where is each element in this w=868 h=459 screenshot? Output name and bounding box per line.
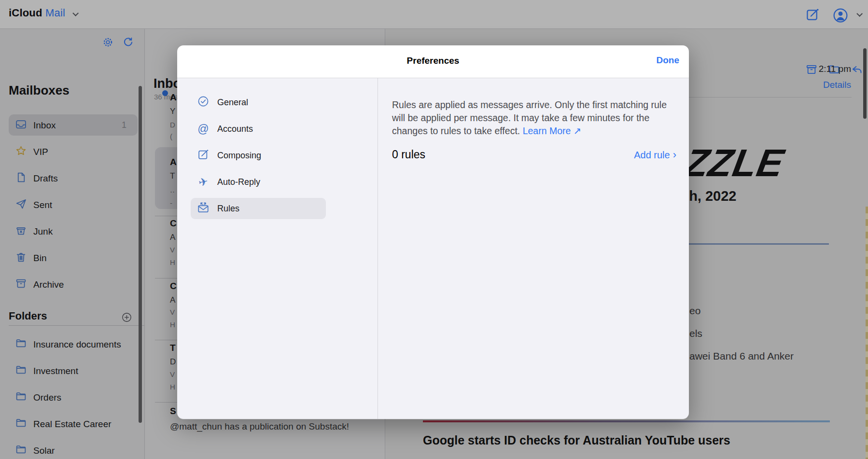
rules-description: Rules are applied as messages arrive. On… — [392, 98, 676, 138]
preferences-tab-label: Composing — [217, 151, 261, 161]
rules-envelope-icon — [197, 201, 210, 216]
compose-icon — [197, 148, 210, 163]
preferences-tab-auto-reply[interactable]: ✈ Auto-Reply — [191, 171, 326, 193]
preferences-tab-label: Rules — [217, 204, 239, 214]
rules-panel: Rules are applied as messages arrive. On… — [378, 78, 689, 419]
preferences-tab-general[interactable]: General — [191, 92, 326, 113]
dialog-title: Preferences — [177, 56, 689, 66]
add-rule-button[interactable]: Add rule› — [634, 149, 676, 161]
done-button[interactable]: Done — [657, 55, 680, 66]
arrow-up-right-icon: ↗ — [574, 125, 581, 136]
preferences-nav: General @ Accounts Composing ✈ Auto-Repl… — [177, 78, 378, 419]
check-circle-icon — [197, 95, 210, 110]
chevron-right-icon: › — [673, 149, 676, 161]
preferences-tab-rules[interactable]: Rules — [191, 198, 326, 219]
learn-more-link[interactable]: Learn More ↗ — [523, 125, 581, 136]
airplane-icon: ✈ — [196, 174, 210, 190]
preferences-tab-composing[interactable]: Composing — [191, 145, 326, 166]
at-sign-icon: @ — [197, 123, 210, 136]
preferences-dialog: Preferences Done General @ Accounts — [177, 45, 689, 419]
rules-count: 0 rules — [392, 148, 425, 161]
preferences-tab-accounts[interactable]: @ Accounts — [191, 118, 326, 139]
preferences-tab-label: Auto-Reply — [217, 177, 260, 187]
preferences-tab-label: General — [217, 97, 248, 108]
preferences-header: Preferences Done — [177, 45, 689, 78]
preferences-tab-label: Accounts — [217, 124, 253, 134]
